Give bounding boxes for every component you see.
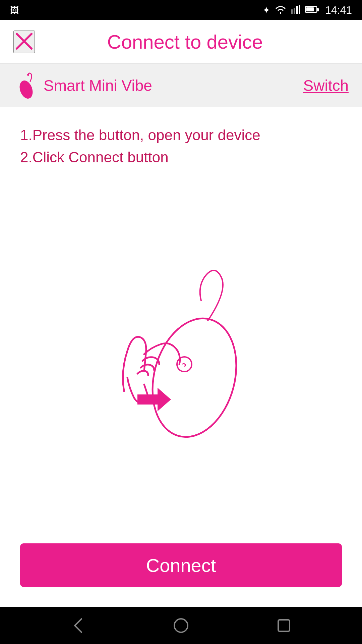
svg-rect-1 <box>294 8 295 14</box>
instruction-line-2: 2.Click Connect button <box>20 146 342 168</box>
device-illustration <box>20 182 342 520</box>
signal-icon <box>291 5 300 15</box>
svg-point-6 <box>17 79 35 99</box>
svg-rect-2 <box>296 6 298 14</box>
device-icon <box>13 72 37 99</box>
battery-icon <box>305 6 317 14</box>
connect-area: Connect <box>0 533 362 607</box>
instruction-line-1: 1.Press the button, open your device <box>20 124 342 146</box>
status-bar: 🖼 ✦ 14:41 <box>0 0 362 20</box>
main-content: 1.Press the button, open your device 2.C… <box>0 107 362 533</box>
home-button[interactable] <box>173 617 189 634</box>
recents-button[interactable] <box>276 617 292 634</box>
nav-bar <box>0 607 362 644</box>
bluetooth-icon: ✦ <box>262 5 270 16</box>
svg-rect-12 <box>278 620 290 631</box>
svg-rect-3 <box>299 5 300 14</box>
instructions: 1.Press the button, open your device 2.C… <box>20 124 342 168</box>
svg-point-7 <box>27 74 29 76</box>
svg-point-11 <box>174 619 188 632</box>
svg-point-8 <box>140 309 249 446</box>
switch-button[interactable]: Switch <box>303 76 349 95</box>
gallery-icon: 🖼 <box>10 5 19 15</box>
status-icons: ✦ 14:41 <box>262 4 352 16</box>
device-bar: Smart Mini Vibe Switch <box>0 64 362 107</box>
connect-button[interactable]: Connect <box>20 543 342 587</box>
page-title: Connect to device <box>48 31 322 53</box>
header: Connect to device <box>0 20 362 64</box>
back-button[interactable] <box>70 617 86 634</box>
status-time: 14:41 <box>325 4 352 16</box>
device-name: Smart Mini Vibe <box>44 76 303 95</box>
close-button[interactable] <box>13 31 35 53</box>
wifi-icon <box>275 5 286 15</box>
svg-rect-0 <box>291 9 293 14</box>
